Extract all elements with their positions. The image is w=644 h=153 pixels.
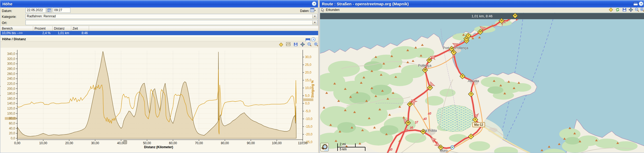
svg-text:180,0: 180,0 bbox=[7, 92, 15, 95]
town-label: Alcúdia bbox=[468, 79, 479, 83]
y-right-axis-title: Steigung % bbox=[311, 80, 314, 98]
refresh-icon[interactable] bbox=[615, 7, 620, 12]
svg-text:80,00: 80,00 bbox=[221, 141, 229, 145]
svg-text:60,0: 60,0 bbox=[9, 122, 15, 125]
zoom-out-icon[interactable] bbox=[307, 42, 312, 47]
svg-text:70,00: 70,00 bbox=[195, 141, 203, 145]
route-map-window: Route : Straßen - openstreetmap.org (Map… bbox=[319, 0, 644, 153]
route-km-marker: 36 bbox=[409, 126, 413, 130]
chart-collapse-button[interactable]: ▼ bbox=[311, 37, 315, 42]
svg-text:140,0: 140,0 bbox=[7, 102, 15, 105]
svg-text:-15,0: -15,0 bbox=[305, 125, 313, 128]
col-zeit[interactable]: Zeit bbox=[71, 26, 89, 31]
map-status-band: 1,01 km, 8:46 bbox=[320, 13, 644, 19]
col-prozent[interactable]: Prozent bbox=[33, 26, 53, 31]
daten-label: Daten: bbox=[300, 9, 309, 13]
col-distanz[interactable]: Distanz bbox=[53, 26, 71, 31]
chart-position-slider[interactable] bbox=[123, 140, 127, 144]
kategorie-dropdown-icon[interactable]: ▼ bbox=[312, 14, 317, 18]
daten-dropdown-arrow-icon: ▸ bbox=[315, 9, 316, 11]
svg-text:320,0: 320,0 bbox=[7, 57, 15, 61]
calendar-button[interactable] bbox=[47, 8, 52, 13]
map-zoom-in-icon[interactable] bbox=[640, 7, 644, 12]
map-split-window-icon[interactable] bbox=[633, 2, 638, 6]
map-canvas[interactable]: 1,01 km, 8:46 Port de PollençaPollençaAl… bbox=[320, 13, 644, 153]
route-km-marker: 37 bbox=[414, 120, 418, 124]
map-titlebar[interactable]: Route : Straßen - openstreetmap.org (Map… bbox=[320, 0, 644, 7]
fit-view-icon[interactable] bbox=[300, 42, 305, 47]
svg-text:-10,0: -10,0 bbox=[305, 117, 313, 121]
chart-section-title: Höhe / Distanz bbox=[2, 37, 26, 41]
svg-text:20,0: 20,0 bbox=[9, 131, 15, 135]
svg-text:240,0: 240,0 bbox=[7, 77, 15, 80]
svg-text:260,0: 260,0 bbox=[7, 72, 15, 76]
map-zoom-out-icon[interactable] bbox=[634, 7, 639, 12]
scale-miles-label: 2 mi bbox=[340, 142, 346, 146]
svg-text:90,00: 90,00 bbox=[247, 141, 255, 145]
chart-section-header[interactable]: Höhe / Distanz ▼ bbox=[1, 37, 318, 41]
map-collapse-button[interactable]: ▼ bbox=[639, 1, 643, 6]
svg-text:30,00: 30,00 bbox=[91, 141, 99, 145]
svg-text:120,0: 120,0 bbox=[7, 107, 15, 110]
x-axis-title: Distanz (Kilometer) bbox=[144, 145, 173, 149]
road-shield: Ma-12 bbox=[472, 122, 485, 127]
marker-diamond-icon[interactable] bbox=[279, 42, 283, 47]
range-table-header[interactable]: Bereich Prozent Distanz Zeit bbox=[1, 26, 318, 31]
route-summary-text: 1,01 km, 8:46 bbox=[472, 14, 493, 18]
hoehe-window: Höhe ▼ Datum: 22.05.2022 09:27 Daten: bbox=[0, 0, 318, 153]
ort-label: Ort: bbox=[2, 21, 7, 25]
svg-text:60,00: 60,00 bbox=[169, 141, 177, 145]
cell-prozent: 2,4 % bbox=[33, 31, 50, 35]
svg-text:20,00: 20,00 bbox=[65, 141, 73, 145]
scale-km-label: 5 km bbox=[340, 147, 347, 151]
ort-combobox[interactable]: ▼ bbox=[26, 20, 318, 25]
map-marker-diamond-icon[interactable] bbox=[608, 7, 613, 12]
svg-text:100,0: 100,0 bbox=[7, 112, 15, 115]
y-left-axis-title: Höhe (Meter) bbox=[0, 86, 1, 105]
save-icon[interactable] bbox=[293, 42, 298, 47]
svg-text:110,00: 110,00 bbox=[298, 141, 308, 145]
chart-style-icon[interactable] bbox=[286, 42, 291, 47]
datum-field[interactable]: 22.05.2022 bbox=[26, 8, 46, 13]
svg-text:340,0: 340,0 bbox=[7, 52, 15, 56]
route-km-marker: 30 bbox=[389, 147, 393, 152]
map-title: Route : Straßen - openstreetmap.org (Map… bbox=[322, 2, 409, 6]
map-toolbar: Erkunden bbox=[320, 7, 644, 13]
map-save-icon[interactable] bbox=[622, 7, 627, 12]
svg-text:25,0: 25,0 bbox=[305, 63, 312, 67]
svg-text:0,0: 0,0 bbox=[11, 136, 15, 140]
cursor-icon bbox=[321, 8, 325, 12]
zoom-in-icon[interactable] bbox=[314, 42, 318, 47]
route-km-marker: 35 bbox=[404, 128, 408, 132]
route-km-marker: 40 bbox=[427, 111, 431, 116]
daten-button[interactable]: ▸ bbox=[310, 8, 318, 13]
svg-text:30,0: 30,0 bbox=[305, 55, 312, 59]
kategorie-combobox[interactable]: Radfahren: Rennrad ▼ bbox=[26, 14, 318, 19]
osm-logo-icon[interactable] bbox=[320, 143, 329, 151]
data-table-icon bbox=[310, 8, 315, 13]
svg-text:200,0: 200,0 bbox=[7, 87, 15, 91]
svg-text:-5,0: -5,0 bbox=[305, 109, 311, 113]
svg-text:0,00: 0,00 bbox=[14, 141, 20, 145]
chart-toolbar bbox=[1, 41, 318, 48]
map-fit-view-icon[interactable] bbox=[628, 7, 633, 12]
svg-text:-20,0: -20,0 bbox=[305, 132, 313, 136]
svg-text:0,0: 0,0 bbox=[305, 102, 310, 105]
svg-text:160,0: 160,0 bbox=[7, 97, 15, 100]
svg-text:10,00: 10,00 bbox=[39, 141, 47, 145]
erkunden-label[interactable]: Erkunden bbox=[326, 8, 339, 12]
time-field[interactable]: 09:27 bbox=[53, 8, 70, 13]
map-base-layer bbox=[320, 13, 644, 153]
svg-text:40,0: 40,0 bbox=[9, 127, 15, 130]
hoehe-titlebar[interactable]: Höhe ▼ bbox=[0, 0, 318, 7]
route-km-marker: 40 bbox=[423, 117, 427, 121]
elevation-chart[interactable]: 0,020,040,060,080,0100,0120,0140,0160,01… bbox=[1, 48, 318, 153]
table-row-selected[interactable]: 10,0% bis -->> 2,4 % 1,01 km 8:46 bbox=[1, 31, 318, 35]
datum-label: Datum: bbox=[2, 9, 12, 13]
hoehe-collapse-button[interactable]: ▼ bbox=[312, 1, 317, 6]
col-bereich[interactable]: Bereich bbox=[1, 26, 33, 31]
svg-text:80,0: 80,0 bbox=[9, 116, 15, 120]
route-start-marker[interactable] bbox=[451, 146, 454, 150]
svg-text:20,0: 20,0 bbox=[305, 71, 312, 74]
ort-dropdown-icon[interactable]: ▼ bbox=[312, 21, 317, 25]
